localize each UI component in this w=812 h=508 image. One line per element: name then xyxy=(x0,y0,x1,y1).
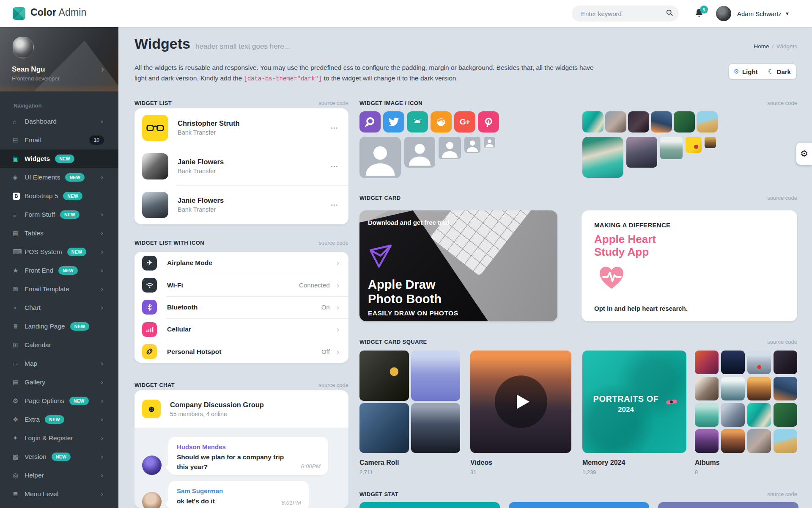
sidebar-profile[interactable]: Sean Ngu Frontend developer › xyxy=(0,27,118,91)
sidebar-item-label: Form Stuff xyxy=(25,211,55,218)
list-item-personal-hotspot[interactable]: Personal HotspotOff› xyxy=(134,341,348,363)
photo-night-portrait xyxy=(628,111,649,133)
photo-island-beach-2 xyxy=(747,403,771,427)
sidebar-item-label: Widgets xyxy=(25,155,50,163)
breadcrumb-separator: / xyxy=(772,43,774,50)
menu-level-icon: ≣ xyxy=(13,490,25,498)
photo-beach-aerial xyxy=(582,137,623,178)
bluetooth-icon xyxy=(142,300,157,315)
source-code-link[interactable]: source code xyxy=(318,382,348,388)
chevron-right-icon: › xyxy=(101,229,103,237)
sidebar-item-label: Bootstrap 5 xyxy=(25,192,58,200)
new-badge: NEW xyxy=(52,453,71,461)
sidebar-item-map[interactable]: ▱Map› xyxy=(0,354,118,373)
person-desc: Bank Transfer xyxy=(178,168,331,174)
setting-label: Wi-Fi xyxy=(167,282,299,289)
photo-woman-splash xyxy=(695,377,719,400)
search-box xyxy=(572,6,679,22)
sidebar-item-front-end[interactable]: ★Front EndNEW› xyxy=(0,261,118,280)
new-badge: NEW xyxy=(45,415,64,424)
stat-card[interactable] xyxy=(658,502,798,508)
ellipsis-menu-icon[interactable]: ••• xyxy=(331,202,338,207)
apple-heart-card[interactable]: MAKING A DIFFERENCE Apple HeartStudy App… xyxy=(582,210,797,321)
chevron-right-icon[interactable]: › xyxy=(101,64,104,74)
sidebar-item-label: UI Elements xyxy=(25,174,60,181)
album-name: Camera Roll xyxy=(359,459,460,467)
sidebar-item-menu-level[interactable]: ≣Menu Level› xyxy=(0,485,118,503)
sidebar-item-email-template[interactable]: ✉Email Template› xyxy=(0,280,118,298)
notifications-button[interactable]: 5 xyxy=(694,8,707,21)
list-item[interactable]: Janie FlowersBank Transfer••• xyxy=(134,185,348,224)
top-header: Color Admin 5 Adam Schwartz ▼ xyxy=(0,0,812,27)
sidebar-item-version[interactable]: ▩VersionNEW› xyxy=(0,447,118,466)
list-item[interactable]: Christopher StruthBank Transfer••• xyxy=(134,108,348,147)
sidebar-item-chart[interactable]: ◔Chart› xyxy=(0,298,118,317)
light-mode-button[interactable]: ⚙Light xyxy=(729,64,763,79)
sidebar-item-tables[interactable]: ▦Tables› xyxy=(0,224,118,243)
sidebar-item-landing-page[interactable]: ♛Landing PageNEW xyxy=(0,317,118,336)
sidebar-item-dashboard[interactable]: ⌂Dashboard› xyxy=(0,112,118,131)
search-icon[interactable] xyxy=(665,8,674,19)
sidebar-item-label: Version xyxy=(25,453,47,461)
search-input[interactable] xyxy=(581,10,665,17)
chevron-right-icon: › xyxy=(337,347,339,356)
square-card-videos[interactable]: Videos31 xyxy=(470,351,571,475)
stat-card[interactable] xyxy=(359,502,500,508)
user-menu[interactable]: Adam Schwartz ▼ xyxy=(716,5,790,22)
sidebar-item-pos-system[interactable]: ⌨POS SystemNEW› xyxy=(0,243,118,261)
source-code-link[interactable]: source code xyxy=(767,491,797,497)
play-button[interactable] xyxy=(495,375,547,428)
user-name: Adam Schwartz xyxy=(737,10,782,17)
photo-forest-aerial xyxy=(674,111,695,133)
chevron-right-icon: › xyxy=(101,415,103,424)
list-item[interactable]: Janie FlowersBank Transfer••• xyxy=(134,147,348,185)
source-code-link[interactable]: source code xyxy=(767,100,797,106)
source-code-link[interactable]: source code xyxy=(318,100,348,106)
setting-label: Cellular xyxy=(167,326,330,333)
list-item-airplane-mode[interactable]: ✈Airplane Mode› xyxy=(134,252,348,274)
source-code-link[interactable]: source code xyxy=(318,240,348,246)
list-item-bluetooth[interactable]: BluetoothOn› xyxy=(134,296,348,318)
sidebar-item-form-stuff[interactable]: ≡Form StuffNEW› xyxy=(0,205,118,224)
list-item-cellular[interactable]: Cellular› xyxy=(134,318,348,340)
source-code-link[interactable]: source code xyxy=(767,195,797,201)
section-title: WIDGET LIST WITH ICON xyxy=(134,240,204,246)
sidebar-item-label: Dashboard xyxy=(25,118,57,125)
stat-card[interactable] xyxy=(509,502,649,508)
page-description: All the widgets is reusable and responsi… xyxy=(134,62,600,84)
chat-group-header[interactable]: ☻ Company Discussion Group 55 members, 4… xyxy=(134,390,348,428)
list-item-wi-fi[interactable]: Wi-FiConnected› xyxy=(134,274,348,296)
sidebar-item-gallery[interactable]: ▤Gallery› xyxy=(0,373,118,392)
card-footer: Opt in and help heart research. xyxy=(594,305,688,312)
square-card-camera-roll[interactable]: Camera Roll2,711 xyxy=(359,351,460,475)
album-count: 31 xyxy=(470,469,571,475)
sidebar-item-widgets[interactable]: ▣WidgetsNEW xyxy=(0,149,118,168)
dark-mode-button[interactable]: ☾Dark xyxy=(763,64,796,79)
square-card-albums[interactable]: Albums8 xyxy=(695,351,797,475)
breadcrumb-home[interactable]: Home xyxy=(754,43,769,50)
sidebar-item-page-options[interactable]: ⚙Page OptionsNEW› xyxy=(0,392,118,410)
ellipsis-menu-icon[interactable]: ••• xyxy=(331,125,338,130)
sidebar-item-label: Map xyxy=(25,360,37,367)
album-count: 2,711 xyxy=(359,469,460,475)
sidebar-item-login-register[interactable]: ✦Login & Register› xyxy=(0,429,118,447)
gallery-icon: ▤ xyxy=(13,378,25,386)
source-code-link[interactable]: source code xyxy=(767,339,797,345)
theme-settings-button[interactable]: ⚙ xyxy=(796,143,812,165)
sidebar-item-extra[interactable]: ❖ExtraNEW› xyxy=(0,410,118,429)
photo-city-bridge xyxy=(359,403,409,453)
square-card-memory-2024[interactable]: PORTRAITS OF2024Memory 20241,239 xyxy=(582,351,686,475)
sidebar-item-calendar[interactable]: ⊞Calendar xyxy=(0,336,118,354)
sidebar-item-ui-elements[interactable]: ◈UI ElementsNEW› xyxy=(0,168,118,187)
person-name: Janie Flowers xyxy=(178,196,331,204)
widget-list-icon-section-header: WIDGET LIST WITH ICON source code xyxy=(134,240,348,246)
ellipsis-menu-icon[interactable]: ••• xyxy=(331,164,338,169)
chart-icon: ◔ xyxy=(13,304,25,312)
album-count: 1,239 xyxy=(582,469,686,475)
sidebar-item-bootstrap-5[interactable]: BBootstrap 5NEW xyxy=(0,187,118,205)
sidebar-item-email[interactable]: ⊟Email10 xyxy=(0,131,118,149)
apple-draw-card[interactable]: Download and get free trial. Apple DrawP… xyxy=(359,210,557,321)
sidebar-item-helper[interactable]: ◎Helper› xyxy=(0,466,118,485)
version-icon: ▩ xyxy=(13,453,25,461)
chevron-right-icon: › xyxy=(101,285,103,293)
